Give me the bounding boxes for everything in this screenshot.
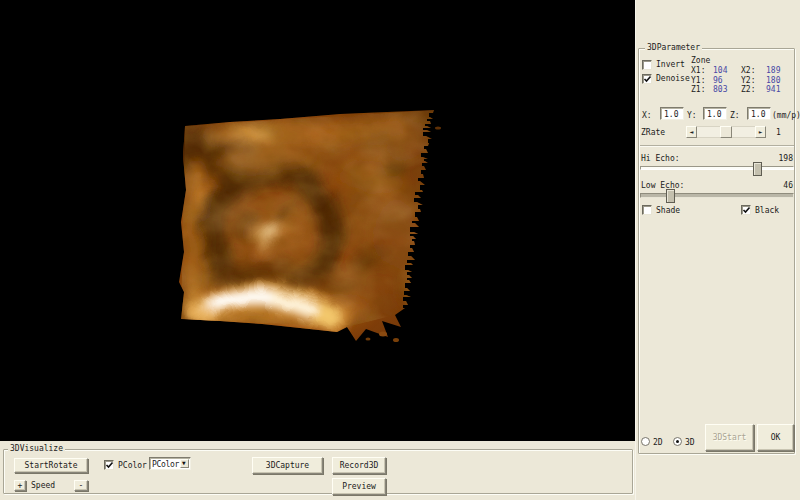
- zone-y2-value: 180: [766, 76, 780, 86]
- shade-label: Shade: [656, 206, 680, 216]
- scale-z-label: Z:: [730, 111, 740, 121]
- chevron-down-icon: ▼: [182, 459, 186, 466]
- pcolor-dropdown-value: PColor: [152, 460, 179, 470]
- speed-plus-button[interactable]: +: [14, 480, 26, 491]
- zone-x1-label: X1:: [691, 66, 705, 76]
- denoise-checkbox[interactable]: [642, 74, 652, 84]
- check-icon: [643, 75, 652, 86]
- black-label: Black: [755, 206, 779, 216]
- mode-2d-radio[interactable]: [641, 437, 650, 446]
- zrate-label: ZRate: [641, 128, 665, 138]
- 3dcapture-button[interactable]: 3DCapture: [252, 457, 323, 474]
- check-icon: [105, 461, 114, 472]
- mode-2d-label: 2D: [653, 438, 663, 448]
- zone-z2-label: Z2:: [741, 85, 755, 95]
- low-echo-slider-thumb[interactable]: [666, 189, 675, 203]
- scale-x-label: X:: [642, 111, 652, 121]
- pcolor-checkbox[interactable]: [104, 460, 114, 470]
- invert-checkbox[interactable]: [642, 60, 652, 70]
- viewport-3d[interactable]: [0, 0, 635, 441]
- ultrasound-3d-dialog: { "icons": { "arrow_left": "\u25c4", "ar…: [0, 0, 800, 500]
- zone-y2-label: Y2:: [741, 76, 755, 86]
- low-echo-slider-track[interactable]: [640, 193, 794, 198]
- denoise-label: Denoise: [656, 74, 690, 84]
- arrow-left-icon: ◄: [687, 127, 696, 137]
- low-echo-value: 46: [756, 181, 793, 191]
- ultrasound-render: [0, 0, 635, 441]
- right-control-panel: 3DParameter Invert Denoise Zone X1: 104 …: [635, 0, 800, 500]
- dropdown-button[interactable]: ▼: [180, 459, 189, 468]
- start-rotate-button[interactable]: StartRotate: [14, 458, 88, 473]
- zone-x2-value: 189: [766, 66, 780, 76]
- ok-button[interactable]: OK: [757, 424, 794, 451]
- record3d-button[interactable]: Record3D: [332, 457, 386, 474]
- pcolor-dropdown[interactable]: PColor ▼: [149, 457, 191, 470]
- zrate-scrollbar[interactable]: ◄ ►: [686, 126, 766, 138]
- preview-button[interactable]: Preview: [332, 478, 386, 495]
- scale-z-input[interactable]: 1.0: [747, 107, 771, 120]
- bottom-control-panel: 3DVisualize StartRotate + Speed - PColor…: [0, 441, 635, 500]
- pcolor-label: PColor: [118, 461, 147, 471]
- scale-y-label: Y:: [687, 111, 697, 121]
- scroll-right-button[interactable]: ►: [755, 126, 766, 138]
- scale-y-input[interactable]: 1.0: [703, 107, 727, 120]
- divider-line: [640, 145, 794, 147]
- shade-checkbox[interactable]: [642, 205, 652, 215]
- radio-dot-icon: [676, 440, 679, 443]
- zone-z1-value: 803: [713, 85, 727, 95]
- 3dstart-button[interactable]: 3DStart: [705, 424, 754, 451]
- zone-x1-value: 104: [713, 66, 727, 76]
- hi-echo-slider-thumb[interactable]: [753, 162, 762, 176]
- parameter-group-title: 3DParameter: [645, 43, 702, 53]
- invert-label: Invert: [656, 60, 685, 70]
- zone-z1-label: Z1:: [691, 85, 705, 95]
- low-echo-label: Low Echo:: [641, 181, 684, 191]
- scroll-thumb[interactable]: [720, 126, 732, 138]
- check-icon: [742, 206, 751, 217]
- zone-y1-label: Y1:: [691, 76, 705, 86]
- zrate-value: 1: [776, 128, 781, 138]
- hi-echo-slider-track[interactable]: [640, 166, 794, 170]
- zone-x2-label: X2:: [741, 66, 755, 76]
- arrow-right-icon: ►: [756, 127, 765, 137]
- zone-label: Zone: [691, 56, 710, 66]
- scale-x-input[interactable]: 1.0: [660, 107, 684, 120]
- visualize-group-title: 3DVisualize: [8, 444, 65, 454]
- zone-y1-value: 96: [713, 76, 723, 86]
- scale-unit-label: (mm/p): [772, 111, 800, 121]
- mode-3d-radio[interactable]: [673, 437, 682, 446]
- scroll-left-button[interactable]: ◄: [686, 126, 697, 138]
- speed-minus-button[interactable]: -: [74, 480, 88, 491]
- zone-z2-value: 941: [766, 85, 780, 95]
- mode-3d-label: 3D: [685, 438, 695, 448]
- speed-label: Speed: [31, 481, 55, 491]
- hi-echo-label: Hi Echo:: [641, 154, 680, 164]
- black-checkbox[interactable]: [741, 205, 751, 215]
